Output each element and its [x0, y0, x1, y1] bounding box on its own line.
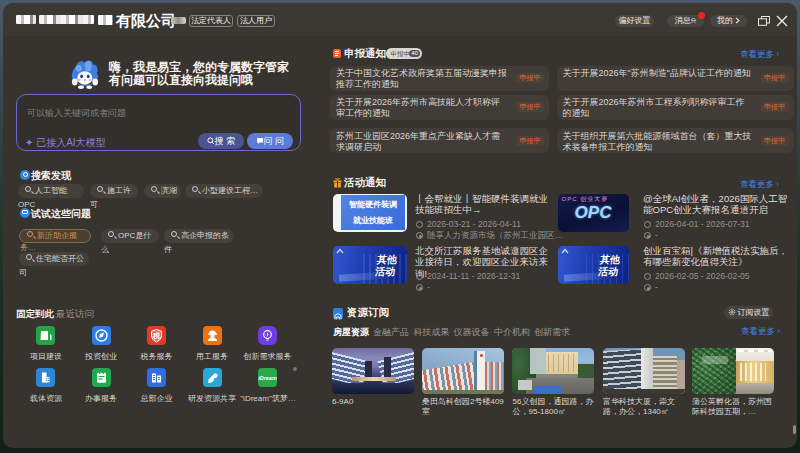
svg-text:iDream: iDream [258, 375, 277, 381]
svg-text:税: 税 [152, 331, 161, 340]
